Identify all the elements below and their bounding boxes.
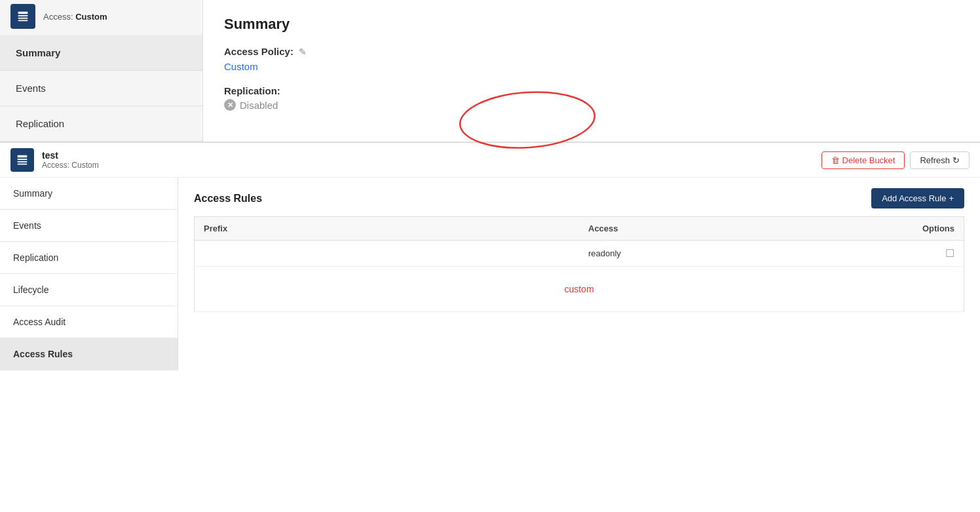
add-rule-icon: + xyxy=(949,193,954,203)
bottom-sidebar: Summary Events Replication Lifecycle Acc… xyxy=(0,178,178,370)
table-header-row: Prefix Access Options xyxy=(195,217,964,241)
access-rules-title: Access Rules xyxy=(194,193,262,205)
row-access-1: readonly xyxy=(579,241,848,267)
svg-rect-3 xyxy=(18,20,28,22)
access-policy-label: Access Policy: xyxy=(224,46,293,57)
sidebar-item-replication-top[interactable]: Replication xyxy=(0,106,202,142)
svg-rect-2 xyxy=(18,18,28,19)
test-bucket-row: test Access: Custom 🗑 Delete Bucket Refr… xyxy=(0,143,980,178)
svg-rect-7 xyxy=(18,161,28,163)
col-header-prefix: Prefix xyxy=(195,217,580,241)
table-row: custom xyxy=(195,267,964,312)
svg-rect-0 xyxy=(18,12,28,14)
test-bucket-access: Access: Custom xyxy=(42,161,99,170)
refresh-icon: ↻ xyxy=(952,155,960,165)
svg-rect-8 xyxy=(18,164,28,165)
svg-rect-5 xyxy=(18,155,28,158)
row-options-1: ☐ xyxy=(848,241,964,267)
row-delete-icon-1[interactable]: ☐ xyxy=(945,248,954,259)
custom-text: custom xyxy=(204,273,954,305)
replication-status-text: Disabled xyxy=(240,100,278,111)
top-sidebar: Access: Custom Summary Events Replicatio… xyxy=(0,0,203,142)
access-rules-header: Access Rules Add Access Rule + xyxy=(194,188,964,208)
col-header-access: Access xyxy=(579,217,848,241)
table-row: readonly ☐ xyxy=(195,241,964,267)
add-access-rule-button[interactable]: Add Access Rule + xyxy=(871,188,964,208)
replication-status: ✕ Disabled xyxy=(224,99,959,111)
top-main-content: Summary Access Policy: ✎ Custom Replicat… xyxy=(203,0,980,142)
test-bucket-info: test Access: Custom xyxy=(42,150,99,170)
edit-icon[interactable]: ✎ xyxy=(299,47,307,57)
svg-rect-1 xyxy=(18,15,28,16)
sidebar-item-replication[interactable]: Replication xyxy=(0,242,178,274)
rules-table-container: Prefix Access Options xyxy=(194,216,964,312)
access-policy-row: Access Policy: ✎ xyxy=(224,46,959,57)
disabled-icon: ✕ xyxy=(224,99,236,111)
refresh-button[interactable]: Refresh ↻ xyxy=(910,151,970,169)
custom-text-cell: custom xyxy=(195,267,964,312)
sidebar-item-lifecycle[interactable]: Lifecycle xyxy=(0,274,178,306)
bottom-section: Summary Events Replication Lifecycle Acc… xyxy=(0,178,980,370)
access-policy-link[interactable]: Custom xyxy=(224,61,258,72)
replication-label: Replication: xyxy=(224,85,959,96)
sidebar-item-access-rules[interactable]: Access Rules xyxy=(0,338,178,370)
sidebar-item-summary[interactable]: Summary xyxy=(0,178,178,210)
sidebar-item-events[interactable]: Events xyxy=(0,210,178,242)
top-bucket-info: Access: Custom xyxy=(43,12,107,22)
sidebar-item-events-top[interactable]: Events xyxy=(0,71,202,106)
test-bucket-icon xyxy=(10,148,34,172)
row-prefix-1 xyxy=(195,241,580,267)
bottom-main-content: Access Rules Add Access Rule + Prefix xyxy=(178,178,980,370)
test-bucket-name: test xyxy=(42,150,99,161)
access-policy-value-row: Custom xyxy=(224,61,959,72)
delete-bucket-button[interactable]: 🗑 Delete Bucket xyxy=(821,151,905,169)
summary-title: Summary xyxy=(224,16,959,33)
top-bucket-header: Access: Custom xyxy=(0,0,202,35)
svg-rect-6 xyxy=(18,159,28,160)
sidebar-item-access-audit[interactable]: Access Audit xyxy=(0,306,178,338)
col-header-options: Options xyxy=(848,217,964,241)
sidebar-item-summary-top[interactable]: Summary xyxy=(0,35,202,71)
bucket-actions: 🗑 Delete Bucket Refresh ↻ xyxy=(821,151,970,169)
bucket-icon-top xyxy=(10,4,35,29)
access-rules-table: Prefix Access Options xyxy=(194,216,964,312)
delete-icon: 🗑 xyxy=(831,155,840,165)
replication-row: Replication: ✕ Disabled xyxy=(224,85,959,111)
top-access-label: Access: Custom xyxy=(43,12,107,22)
